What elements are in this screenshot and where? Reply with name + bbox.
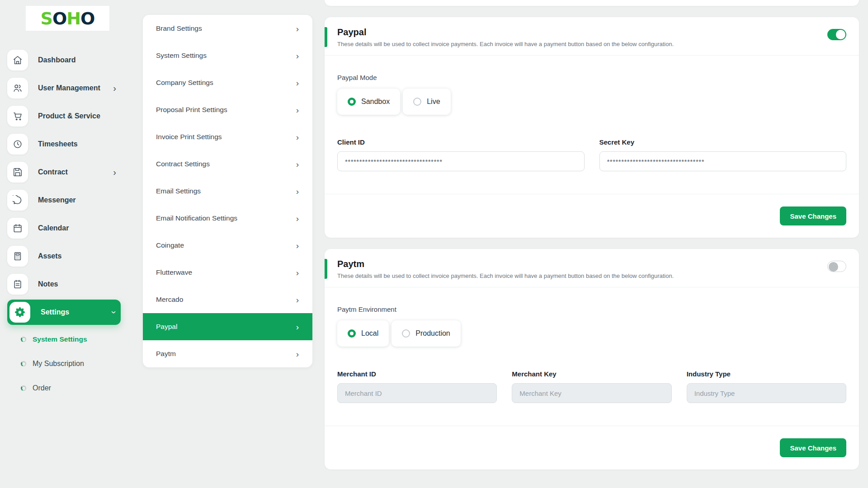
sidebar-item-contract[interactable]: Contract › (7, 160, 121, 185)
chevron-down-icon: › (110, 311, 119, 314)
chat-icon (7, 190, 28, 211)
radio-label: Live (427, 98, 440, 106)
bullet-ring-icon (21, 337, 26, 342)
sidebar-item-label: Settings (41, 308, 69, 316)
paypal-card-footer: Save Changes (325, 194, 859, 238)
merchant-key-field-group: Merchant Key (512, 370, 671, 403)
menu-item-email-notification-settings[interactable]: Email Notification Settings› (143, 205, 312, 232)
chevron-right-icon: › (296, 160, 299, 169)
sidebar-nav: Dashboard User Management › Product & Se… (0, 47, 130, 398)
menu-item-contract-settings[interactable]: Contract Settings› (143, 150, 312, 178)
paypal-description: These details will be used to collect in… (337, 41, 846, 47)
app-root: SOHO Dashboard User Management › (0, 0, 868, 488)
sidebar-item-messenger[interactable]: Messenger (7, 188, 121, 213)
menu-item-label: Coingate (156, 241, 184, 249)
toggle-knob (836, 30, 845, 39)
radio-label: Local (361, 329, 378, 338)
menu-item-paypal[interactable]: Paypal› (143, 313, 312, 340)
main-content: Paypal These details will be used to col… (325, 0, 859, 469)
paytm-enable-toggle[interactable] (827, 261, 846, 272)
sidebar-item-assets[interactable]: Assets (7, 244, 121, 269)
radio-unselected-icon (413, 98, 421, 106)
menu-item-label: Flutterwave (156, 268, 192, 277)
menu-item-label: Email Notification Settings (156, 214, 237, 222)
paytm-save-button[interactable]: Save Changes (780, 438, 846, 457)
sidebar-item-label: Assets (38, 252, 61, 260)
menu-item-flutterwave[interactable]: Flutterwave› (143, 259, 312, 286)
paytm-environment-label: Paytm Environment (337, 305, 846, 313)
chevron-right-icon: › (296, 214, 299, 223)
secret-key-label: Secret Key (599, 138, 847, 146)
menu-item-label: Email Settings (156, 187, 201, 195)
menu-item-coingate[interactable]: Coingate› (143, 232, 312, 259)
menu-item-mercado[interactable]: Mercado› (143, 286, 312, 313)
settings-menu-panel: Brand Settings› System Settings› Company… (143, 15, 312, 367)
sidebar-item-product-service[interactable]: Product & Service (7, 103, 121, 129)
menu-item-system-settings[interactable]: System Settings› (143, 42, 312, 69)
sidebar-item-label: Calendar (38, 224, 69, 232)
chevron-right-icon: › (296, 296, 299, 304)
paypal-mode-sandbox-option[interactable]: Sandbox (337, 89, 400, 115)
sidebar-item-label: Timesheets (38, 140, 78, 148)
sidebar-item-notes[interactable]: Notes (7, 272, 121, 297)
paypal-fields: Client ID Secret Key (337, 138, 846, 171)
menu-item-proposal-print-settings[interactable]: Proposal Print Settings› (143, 96, 312, 123)
paypal-save-button[interactable]: Save Changes (780, 206, 846, 225)
menu-item-company-settings[interactable]: Company Settings› (143, 69, 312, 96)
menu-item-label: Mercado (156, 296, 183, 304)
paytm-fields: Merchant ID Merchant Key Industry Type (337, 370, 846, 403)
paypal-card: Paypal These details will be used to col… (325, 17, 859, 238)
sidebar-item-label: Product & Service (38, 112, 100, 120)
merchant-id-input[interactable] (337, 383, 497, 403)
radio-selected-icon (348, 329, 356, 338)
menu-item-label: Company Settings (156, 79, 213, 87)
notepad-icon (7, 274, 28, 295)
paypal-enable-toggle[interactable] (827, 29, 846, 40)
paytm-env-local-option[interactable]: Local (337, 320, 389, 347)
paytm-description: These details will be used to collect in… (337, 272, 846, 279)
chevron-right-icon: › (113, 84, 116, 93)
chevron-right-icon: › (296, 106, 299, 114)
menu-item-brand-settings[interactable]: Brand Settings› (143, 15, 312, 42)
menu-item-label: Invoice Print Settings (156, 133, 222, 141)
save-icon (7, 162, 28, 183)
sidebar-subitem-my-subscription[interactable]: My Subscription (21, 354, 121, 374)
bullet-ring-icon (21, 361, 26, 366)
industry-type-field-group: Industry Type (687, 370, 846, 403)
menu-item-paytm[interactable]: Paytm› (143, 340, 312, 367)
radio-selected-icon (348, 98, 356, 106)
sidebar-item-dashboard[interactable]: Dashboard (7, 47, 121, 73)
sidebar-subitem-system-settings[interactable]: System Settings (21, 329, 121, 349)
merchant-key-label: Merchant Key (512, 370, 671, 378)
menu-item-invoice-print-settings[interactable]: Invoice Print Settings› (143, 123, 312, 150)
client-id-field-group: Client ID (337, 138, 585, 171)
sidebar-item-label: Notes (38, 280, 58, 288)
paytm-card-body: Paytm Environment Local Production Merch… (325, 287, 859, 426)
industry-type-input[interactable] (687, 383, 846, 403)
sidebar-item-calendar[interactable]: Calendar (7, 216, 121, 241)
logo-letter: H (66, 9, 80, 28)
client-id-label: Client ID (337, 138, 585, 146)
chevron-right-icon: › (296, 133, 299, 141)
previous-card-bottom-edge (325, 0, 859, 6)
sidebar-item-timesheets[interactable]: Timesheets (7, 131, 121, 157)
sidebar-item-user-management[interactable]: User Management › (7, 75, 121, 101)
sidebar: SOHO Dashboard User Management › (0, 0, 130, 488)
home-icon (7, 50, 28, 70)
paytm-env-production-option[interactable]: Production (392, 320, 461, 347)
paypal-mode-live-option[interactable]: Live (403, 89, 450, 115)
settings-sub-list: System Settings My Subscription Order (0, 329, 130, 398)
menu-item-email-settings[interactable]: Email Settings› (143, 178, 312, 205)
cart-icon (7, 106, 28, 127)
menu-item-label: Contract Settings (156, 160, 210, 168)
client-id-input[interactable] (337, 151, 585, 171)
chevron-right-icon: › (296, 79, 299, 87)
paypal-title: Paypal (337, 27, 846, 38)
secret-key-input[interactable] (599, 151, 847, 171)
chevron-right-icon: › (296, 268, 299, 277)
sidebar-subitem-order[interactable]: Order (21, 378, 121, 398)
sidebar-item-label: User Management (38, 84, 100, 92)
merchant-key-input[interactable] (512, 383, 671, 403)
sidebar-item-settings[interactable]: Settings › (7, 300, 121, 325)
industry-type-label: Industry Type (687, 370, 846, 378)
